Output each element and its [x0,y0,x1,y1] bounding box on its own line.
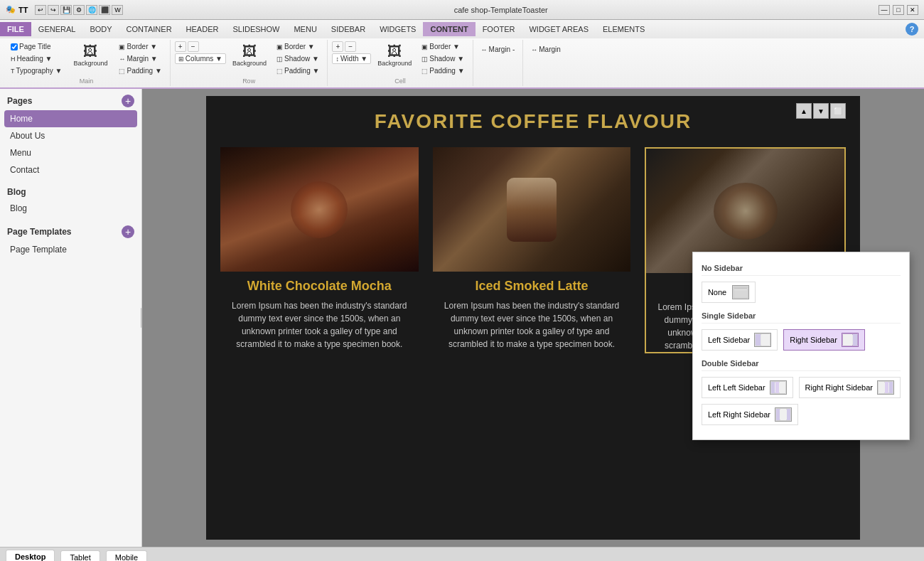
right-right-sidebar-option[interactable]: Right Right Sidebar [799,377,901,398]
tab-mobile[interactable]: Mobile [106,550,147,561]
menu-menu[interactable]: MENU [286,22,323,36]
blog-section: Blog Blog [0,181,141,220]
remove-row-btn[interactable]: − [188,41,199,52]
menu-container[interactable]: CONTAINER [119,22,179,36]
sidebar-item-contact[interactable]: Contact [0,161,141,178]
sidebar-item-blog[interactable]: Blog [0,200,141,217]
svg-rect-28 [771,382,775,393]
icon-btn5[interactable]: ⬛ [99,5,110,15]
svg-rect-26 [853,334,857,346]
tab-desktop[interactable]: Desktop [6,550,55,561]
svg-rect-22 [756,334,761,346]
typography-dropdown[interactable]: T Typography ▼ [7,65,65,76]
row-border-dropdown[interactable]: ▣ Border ▼ [273,41,323,52]
sidebar-item-home[interactable]: Home [4,110,137,127]
card-desc-latte: Lorem Ipsum has been the industry's stan… [433,299,631,351]
menu-general[interactable]: GENERAL [31,22,83,36]
blog-label: Blog [7,187,26,197]
page-templates-label: Page Templates [7,227,71,237]
icon-btn4[interactable]: 🌐 [86,5,97,15]
card-name-latte: Iced Smoked Latte [433,279,631,294]
single-sidebar-row: Left Sidebar Right Sidebar [702,329,901,351]
left-left-sidebar-option[interactable]: Left Left Sidebar [702,377,793,398]
row-background-btn[interactable]: 🖼 Background [229,41,270,69]
no-sidebar-row: None [702,282,901,303]
right-sidebar-option[interactable]: Right Sidebar [783,329,865,351]
fullscreen-btn[interactable]: ⬜ [830,103,846,119]
left-right-sidebar-option[interactable]: Left Right Sidebar [702,404,798,425]
remove-cell-btn[interactable]: − [345,41,356,52]
menu-header[interactable]: HEADER [179,22,226,36]
sidebar-item-page-template[interactable]: Page Template [0,241,141,258]
main-padding-dropdown[interactable]: ⬚ Padding ▼ [115,65,165,76]
sidebar-item-about[interactable]: About Us [0,127,141,144]
icon-btn6[interactable]: W [112,5,123,15]
add-row-btn[interactable]: + [175,41,186,52]
window-title: cafe shop-TemplateToaster [123,6,879,14]
cell-group-label: Cell [332,78,468,85]
sidebar-popup: No Sidebar None Single Sidebar Left Side… [692,252,910,440]
double-sidebar-row1: Left Left Sidebar Right Right Sidebar [702,377,901,398]
page-title-checkbox[interactable]: Page Title [7,41,65,52]
cell-width-dropdown[interactable]: ↕ Width ▼ [332,53,371,64]
row-padding-dropdown[interactable]: ⬚ Padding ▼ [273,65,323,76]
pages-label: Pages [7,96,32,106]
menu-sidebar[interactable]: SIDEBAR [324,22,372,36]
move-up-btn[interactable]: ▲ [796,103,812,119]
save-btn[interactable]: 💾 [60,5,72,15]
single-sidebar-title: Single Sidebar [702,309,901,324]
menu-content[interactable]: CONTENT [423,22,475,36]
left-sidebar-icon [754,333,771,347]
minimize-button[interactable]: — [879,5,890,15]
menu-widget-areas[interactable]: WIDGET AREAS [522,22,596,36]
row-shadow-dropdown[interactable]: ◫ Shadow ▼ [273,53,323,64]
main-background-btn[interactable]: 🖼 Background [70,41,111,69]
cell-padding-dropdown[interactable]: ⬚ Padding ▼ [418,65,468,76]
margin-minus[interactable]: ↔ Margin - [478,44,519,55]
main-border-dropdown[interactable]: ▣ Border ▼ [115,41,165,52]
no-sidebar-none-option[interactable]: None [702,282,756,303]
add-page-btn[interactable]: + [122,95,134,107]
menu-footer[interactable]: FOOTER [476,22,522,36]
sidebar-item-menu[interactable]: Menu [0,144,141,161]
cell-shadow-dropdown[interactable]: ◫ Shadow ▼ [418,53,468,64]
margin-right[interactable]: ↔ Margin [527,44,564,55]
close-button[interactable]: ✕ [907,5,918,15]
menu-slideshow[interactable]: SLIDESHOW [225,22,286,36]
cell-background-btn[interactable]: 🖼 Background [374,41,415,69]
menu-file[interactable]: FILE [0,22,31,36]
left-left-label: Left Left Sidebar [708,383,765,392]
svg-rect-20 [734,290,747,297]
menu-bar: FILE GENERAL BODY CONTAINER HEADER SLIDE… [0,20,924,38]
card-name-mocha: White Chocolate Mocha [220,279,419,294]
columns-dropdown[interactable]: ⊞ Columns ▼ [175,53,226,64]
left-sidebar-option[interactable]: Left Sidebar [702,329,778,351]
add-template-btn[interactable]: + [122,225,134,238]
menu-elements[interactable]: ELEMENTS [596,22,652,36]
svg-rect-25 [843,334,852,346]
menu-widgets[interactable]: WIDGETS [372,22,423,36]
main-margin-dropdown[interactable]: ↔ Margin ▼ [115,53,165,64]
redo-btn[interactable]: ↪ [48,5,59,15]
add-cell-btn[interactable]: + [332,41,343,52]
coffee-img-latte [433,147,631,272]
heading-dropdown[interactable]: H Heading ▼ [7,53,65,64]
svg-rect-37 [780,409,786,420]
view-tabs-bar: Desktop Tablet Mobile [0,547,924,561]
page-templates-section: Page Templates + Page Template [0,220,141,261]
undo-btn[interactable]: ↩ [35,5,46,15]
left-sidebar-label: Left Sidebar [708,336,750,344]
svg-rect-23 [761,334,770,346]
maximize-button[interactable]: □ [893,5,904,15]
cell-border-dropdown[interactable]: ▣ Border ▼ [418,41,468,52]
help-button[interactable]: ? [906,23,918,36]
settings-btn[interactable]: ⚙ [73,5,85,15]
svg-rect-33 [885,382,888,393]
left-left-icon [770,380,787,395]
coffee-card-mocha[interactable]: White Chocolate Mocha Lorem Ipsum has be… [220,147,419,353]
move-down-btn[interactable]: ▼ [813,103,829,119]
svg-rect-34 [889,382,893,393]
menu-body[interactable]: BODY [82,22,119,36]
coffee-card-latte[interactable]: Iced Smoked Latte Lorem Ipsum has been t… [433,147,631,353]
tab-tablet[interactable]: Tablet [60,550,100,561]
